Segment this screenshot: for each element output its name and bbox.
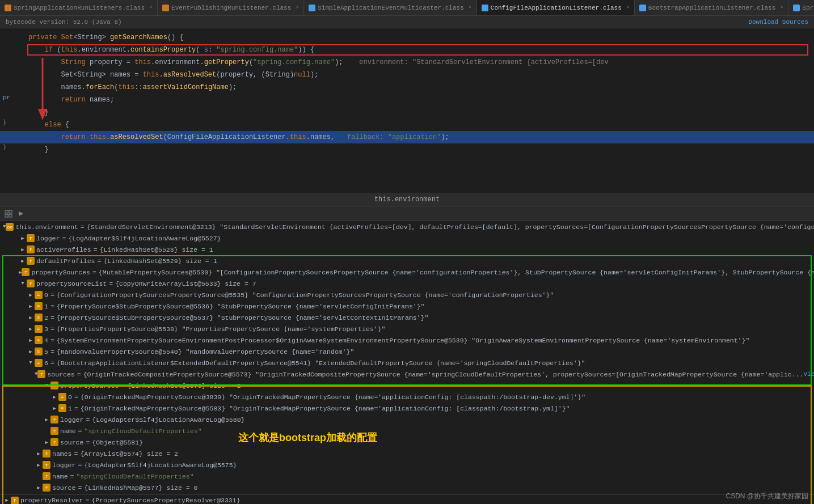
var-icon-active-profiles: f — [27, 245, 35, 253]
svg-rect-5 — [9, 214, 12, 217]
var-icon-sources: f — [37, 370, 45, 378]
download-sources-button[interactable]: Download Sources — [748, 19, 808, 26]
tab-bar: SpringApplicationRunListeners.class × Ev… — [0, 0, 814, 16]
var-row-environment[interactable]: ▼ oo this.environment = {StandardServlet… — [0, 221, 814, 232]
svg-rect-2 — [5, 210, 8, 213]
arrow-right-icon — [17, 210, 25, 218]
var-icon-logger2: f — [50, 416, 58, 423]
var-row-property-sources[interactable]: ▶ f propertySources = {MutablePropertySo… — [0, 266, 814, 278]
var-row-name[interactable]: f name = "springCloudDefaultProperties" — [0, 425, 814, 437]
tab-close-2[interactable]: × — [469, 5, 472, 11]
var-row-item4[interactable]: ▶ ≡ 4 = {SystemEnvironmentPropertySource… — [0, 334, 814, 346]
var-row-source[interactable]: ▶ f source = {Object@5581} — [0, 437, 814, 448]
view-link-sources[interactable]: View — [803, 371, 814, 378]
var-icon-item3: ≡ — [35, 325, 43, 333]
code-line-4: Set<String> names = this.asResolvedSet(p… — [0, 69, 814, 81]
variables-list: ▼ oo this.environment = {StandardServlet… — [0, 221, 814, 504]
tab-label-3: ConfigFileApplicationListener.class — [491, 5, 622, 11]
var-icon-names: f — [43, 450, 50, 458]
code-line-8: else { — [0, 118, 814, 131]
var-row-item1[interactable]: ▶ ≡ 1 = {PropertySource$StubPropertySour… — [0, 300, 814, 312]
code-line-2: if (this.environment.containsProperty( s… — [0, 44, 814, 56]
bytecode-version: bytecode version: 52.0 (Java 8) — [6, 19, 122, 26]
tab-label-1: EventPublishingRunListener.class — [171, 5, 291, 11]
tab-close-0[interactable]: × — [149, 5, 153, 11]
tab-label-2: SimpleApplicationEventMulticaster.class — [318, 5, 463, 11]
var-icon-environment: oo — [6, 223, 14, 231]
tab-close-1[interactable]: × — [296, 5, 299, 11]
var-icon-name: f — [50, 427, 58, 435]
tab-1[interactable]: EventPublishingRunListener.class × — [158, 0, 304, 15]
debug-step-btn[interactable] — [15, 208, 27, 219]
var-row-item5[interactable]: ▶ ≡ 5 = {RandomValuePropertySource@5540}… — [0, 346, 814, 357]
var-icon-source: f — [50, 438, 58, 446]
var-row-item3[interactable]: ▶ ≡ 3 = {PropertiesPropertySource@5538} … — [0, 323, 814, 334]
var-row-ps-item0[interactable]: ▶ ≡ 0 = {OriginTrackedMapPropertySource@… — [0, 391, 814, 403]
var-row-active-profiles[interactable]: ▶ f activeProfiles = {LinkedHashSet@5528… — [0, 244, 814, 255]
tab-label-4: BootstrapApplicationListener.class — [648, 5, 775, 11]
var-icon-default-profiles: f — [27, 257, 35, 265]
tab-close-4[interactable]: × — [780, 5, 783, 11]
debug-expand-btn[interactable] — [3, 208, 14, 219]
var-icon-source2: f — [43, 484, 50, 492]
var-row-item0[interactable]: ▶ ≡ 0 = {ConfigurationPropertySourcesPro… — [0, 289, 814, 300]
var-row-sources[interactable]: ▼ f sources = {OriginTrackedCompositePro… — [0, 369, 814, 380]
var-row-ps-item1[interactable]: ▶ ≡ 1 = {OriginTrackedMapPropertySource@… — [0, 403, 814, 414]
var-row-names[interactable]: ▶ f names = {ArrayList@5574} size = 2 — [0, 448, 814, 459]
tab-icon-1 — [162, 5, 169, 11]
var-row-source2[interactable]: ▶ f source = {LinkedHashMap@5577} size =… — [0, 482, 814, 493]
var-icon-item6: ≡ — [35, 359, 43, 367]
code-line-5: names.forEach(this::assertValidConfigNam… — [0, 81, 814, 94]
tab-close-3[interactable]: × — [626, 5, 630, 11]
tab-icon-5 — [793, 5, 800, 11]
tab-icon-4 — [639, 5, 646, 11]
tab-2[interactable]: SimpleApplicationEventMulticaster.class … — [304, 0, 476, 15]
tab-icon-3 — [482, 5, 488, 11]
var-row-ps2[interactable]: ▼ f propertySources = {LinkedHashSet@557… — [0, 380, 814, 391]
code-line-1: private Set<String> getSearchNames() { — [0, 31, 814, 44]
tab-icon-0 — [5, 5, 11, 11]
debug-toolbar — [0, 206, 814, 221]
var-row-name2[interactable]: f name = "springCloudDefaultProperties" — [0, 471, 814, 482]
variables-panel: ▼ oo this.environment = {StandardServlet… — [0, 221, 814, 504]
var-row-item2[interactable]: ▶ ≡ 2 = {PropertySource$StubPropertySour… — [0, 312, 814, 323]
var-row-logger3[interactable]: ▶ f logger = {LogAdapter$Slf4jLocationAw… — [0, 459, 814, 471]
debug-tooltip-bar: this.environment — [0, 193, 814, 206]
tooltip-text: this.environment — [374, 196, 440, 204]
tab-0[interactable]: SpringApplicationRunListeners.class × — [0, 0, 158, 15]
var-icon-property-resolver: f — [11, 497, 19, 505]
var-icon-item4: ≡ — [35, 336, 43, 344]
var-icon-item0: ≡ — [35, 291, 43, 299]
var-row-psl[interactable]: ▼ f propertySourceList = {CopyOnWriteArr… — [0, 278, 814, 289]
var-icon-item5: ≡ — [35, 348, 43, 355]
watermark: CSDN @协千共建美好家园 — [726, 492, 808, 501]
var-row-item6[interactable]: ▼ ≡ 6 = {BootstrapApplicationListener$Ex… — [0, 357, 814, 369]
tab-4[interactable]: BootstrapApplicationListener.class × — [635, 0, 788, 15]
tab-icon-2 — [309, 5, 315, 11]
svg-rect-3 — [9, 210, 12, 213]
var-icon-ps2: f — [50, 382, 58, 389]
var-row-property-resolver[interactable]: ▶ f propertyResolver = {PropertySourcesP… — [0, 494, 814, 504]
grid-icon — [5, 210, 12, 218]
code-line-9: return this.asResolvedSet(ConfigFileAppl… — [0, 131, 814, 143]
var-icon-logger3: f — [43, 461, 50, 469]
var-row-logger[interactable]: ▶ f logger = {LogAdapter$Slf4jLocationAw… — [0, 232, 814, 244]
code-editor: private Set<String> getSearchNames() { i… — [0, 28, 814, 193]
svg-rect-4 — [5, 214, 8, 217]
tab-5[interactable]: SpringApplica... × — [788, 0, 814, 15]
code-line-10: } — [0, 143, 814, 156]
var-icon-name2: f — [43, 472, 50, 480]
var-icon-ps-item0: ≡ — [58, 393, 66, 401]
code-line-7: } — [0, 106, 814, 118]
info-bar: bytecode version: 52.0 (Java 8) Download… — [0, 16, 814, 28]
tab-label-0: SpringApplicationRunListeners.class — [14, 5, 145, 11]
var-row-logger2[interactable]: ▶ f logger = {LogAdapter$Slf4jLocationAw… — [0, 414, 814, 425]
tab-3[interactable]: ConfigFileApplicationListener.class × — [477, 0, 635, 15]
svg-marker-6 — [19, 211, 23, 216]
code-line-6: return names; — [0, 94, 814, 106]
tab-label-5: SpringApplica... — [802, 5, 814, 11]
var-icon-item2: ≡ — [35, 314, 43, 321]
var-row-default-profiles[interactable]: ▶ f defaultProfiles = {LinkedHashSet@552… — [0, 255, 814, 266]
code-line-3: String property = this.environment.getPr… — [0, 56, 814, 69]
var-icon-logger: f — [27, 234, 35, 242]
